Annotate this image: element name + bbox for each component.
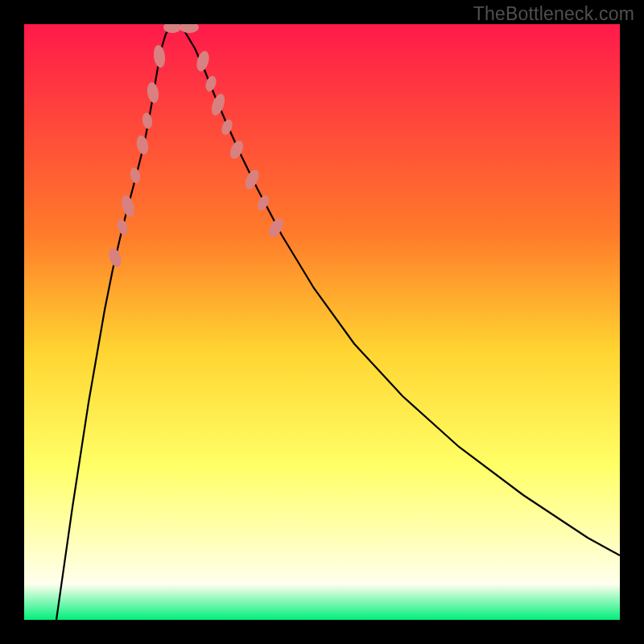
chart-frame: TheBottleneck.com	[0, 0, 644, 644]
watermark-text: TheBottleneck.com	[473, 3, 634, 25]
gradient-bg	[24, 24, 620, 620]
plot-area	[24, 24, 620, 620]
chart-svg	[24, 24, 620, 620]
